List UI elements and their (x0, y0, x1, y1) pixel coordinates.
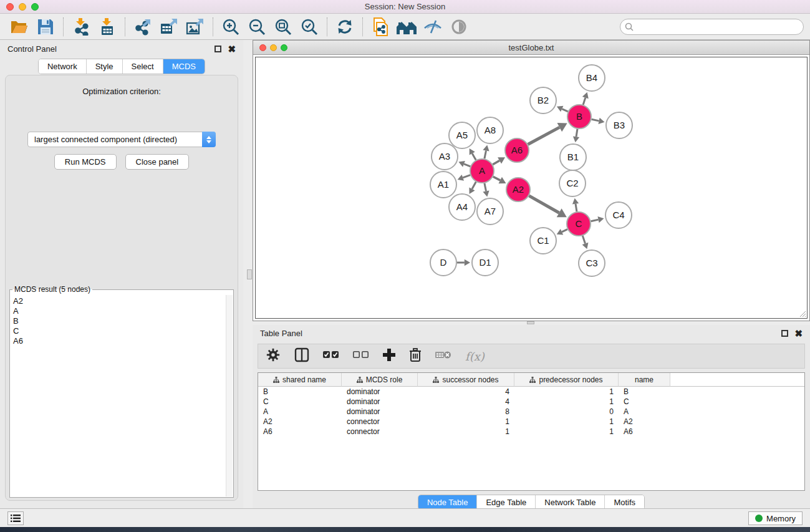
tab-network-table[interactable]: Network Table (536, 495, 605, 510)
close-table-panel-icon[interactable]: ✖ (794, 330, 803, 337)
table-cell[interactable]: 0 (514, 407, 619, 416)
table-cell[interactable]: dominator (342, 407, 418, 416)
graph-edge-A-A7[interactable] (485, 183, 486, 191)
memory-button[interactable]: Memory (748, 511, 803, 525)
graph-edge-A-A1[interactable] (463, 175, 470, 178)
table-row[interactable]: Bdominator41B (258, 387, 804, 397)
table-cell[interactable]: dominator (342, 397, 418, 406)
network-graph[interactable]: AA1A3A4A5A7A8A6A2BB1B2B3B4CC1C2C3C4DD1 (256, 57, 808, 319)
zoom-in-icon[interactable] (220, 17, 241, 37)
column-header-shared-name[interactable]: shared name (258, 373, 342, 387)
graph-edge-B-B4[interactable] (583, 98, 586, 105)
import-network-icon[interactable] (70, 17, 92, 37)
save-session-icon[interactable] (35, 17, 56, 37)
tab-node-table[interactable]: Node Table (418, 495, 478, 510)
tab-motifs[interactable]: Motifs (605, 495, 644, 510)
search-field[interactable] (620, 19, 804, 35)
graph-edge-A-A2[interactable] (493, 177, 500, 180)
search-input[interactable] (620, 19, 804, 35)
table-cell[interactable]: 1 (514, 427, 619, 436)
table-row[interactable]: Adominator80A (258, 407, 804, 417)
tab-network[interactable]: Network (39, 59, 87, 74)
table-cell[interactable]: C (619, 397, 670, 406)
result-item[interactable]: C (13, 326, 223, 336)
resize-grip-icon[interactable] (798, 309, 806, 317)
deselect-all-icon[interactable] (353, 351, 369, 362)
table-cell[interactable]: 4 (418, 397, 514, 406)
table-cell[interactable]: A (258, 407, 342, 416)
split-columns-icon[interactable] (294, 347, 309, 365)
graph-edge-A2-C[interactable] (529, 196, 559, 213)
graph-edge-C-C3[interactable] (582, 236, 585, 244)
table-cell[interactable]: connector (342, 417, 418, 426)
table-cell[interactable]: 8 (418, 407, 514, 416)
graph-edge-B-B1[interactable] (576, 129, 577, 137)
export-image-icon[interactable] (185, 17, 206, 37)
network-window-titlebar[interactable]: testGlobe.txt (253, 41, 809, 55)
graph-edge-A-A8[interactable] (485, 151, 486, 159)
table-cell[interactable]: 1 (418, 417, 514, 426)
show-all-icon[interactable] (448, 17, 470, 37)
network-maximize-button[interactable] (281, 44, 287, 51)
open-session-icon[interactable] (370, 17, 391, 37)
refresh-icon[interactable] (334, 17, 355, 37)
select-all-icon[interactable] (323, 351, 339, 362)
mcds-result-list[interactable]: A2ABCA6 (11, 295, 225, 496)
export-network-icon[interactable] (132, 17, 153, 37)
task-history-button[interactable] (7, 511, 24, 525)
zoom-out-icon[interactable] (246, 17, 268, 37)
result-item[interactable]: A (13, 306, 223, 316)
close-panel-icon[interactable]: ✖ (228, 46, 236, 52)
graph-edge-A-A3[interactable] (464, 164, 470, 167)
float-panel-icon[interactable] (215, 46, 221, 52)
table-cell[interactable]: B (258, 387, 342, 396)
panel-divider-handle[interactable] (247, 269, 252, 279)
tab-mcds[interactable]: MCDS (163, 59, 205, 74)
graph-edge-A6-B[interactable] (528, 127, 560, 144)
table-cell[interactable]: 1 (418, 427, 514, 436)
table-cell[interactable]: A (619, 407, 670, 416)
network-minimize-button[interactable] (270, 44, 277, 51)
close-window-button[interactable] (6, 3, 14, 11)
node-table[interactable]: shared nameMCDS rolesuccessor nodesprede… (258, 372, 805, 491)
graph-edge-B-B2[interactable] (562, 109, 567, 112)
tab-select[interactable]: Select (123, 59, 163, 74)
delete-table-icon[interactable] (435, 349, 451, 363)
tab-edge-table[interactable]: Edge Table (477, 495, 536, 510)
table-cell[interactable]: A2 (619, 417, 670, 426)
table-cell[interactable]: C (258, 397, 342, 406)
open-file-icon[interactable] (9, 17, 30, 37)
table-row[interactable]: A6connector11A6 (258, 427, 804, 437)
graph-edge-B-B3[interactable] (592, 119, 599, 121)
network-close-button[interactable] (259, 44, 266, 51)
maximize-window-button[interactable] (31, 3, 39, 11)
close-panel-button[interactable]: Close panel (125, 154, 190, 170)
hide-selected-icon[interactable] (422, 17, 443, 37)
graph-edge-C-C2[interactable] (576, 204, 577, 211)
network-canvas[interactable]: AA1A3A4A5A7A8A6A2BB1B2B3B4CC1C2C3C4DD1 (255, 57, 808, 319)
delete-icon[interactable] (409, 348, 422, 364)
result-scrollbar[interactable] (226, 295, 233, 496)
run-mcds-button[interactable]: Run MCDS (54, 154, 117, 170)
column-header-MCDS-role[interactable]: MCDS role (342, 373, 418, 387)
column-header-successor-nodes[interactable]: successor nodes (418, 373, 514, 387)
add-column-icon[interactable] (383, 349, 395, 364)
float-table-panel-icon[interactable] (781, 330, 788, 337)
table-cell[interactable]: 4 (418, 387, 514, 396)
zoom-selected-icon[interactable] (299, 17, 320, 37)
gear-icon[interactable] (266, 347, 281, 365)
result-item[interactable]: B (13, 316, 223, 326)
graph-edge-A-A6[interactable] (493, 160, 499, 164)
table-cell[interactable]: A6 (619, 427, 670, 436)
export-table-icon[interactable] (158, 17, 180, 37)
table-cell[interactable]: A6 (258, 427, 342, 436)
column-header-predecessor-nodes[interactable]: predecessor nodes (514, 373, 619, 387)
table-cell[interactable]: B (619, 387, 670, 396)
table-cell[interactable]: 1 (514, 397, 619, 406)
table-cell[interactable]: 1 (514, 417, 619, 426)
tab-style[interactable]: Style (87, 59, 123, 74)
column-header-name[interactable]: name (619, 373, 670, 387)
table-cell[interactable]: dominator (342, 387, 418, 396)
criterion-dropdown[interactable]: largest connected component (directed) (27, 132, 216, 147)
table-divider-handle[interactable] (527, 321, 534, 324)
